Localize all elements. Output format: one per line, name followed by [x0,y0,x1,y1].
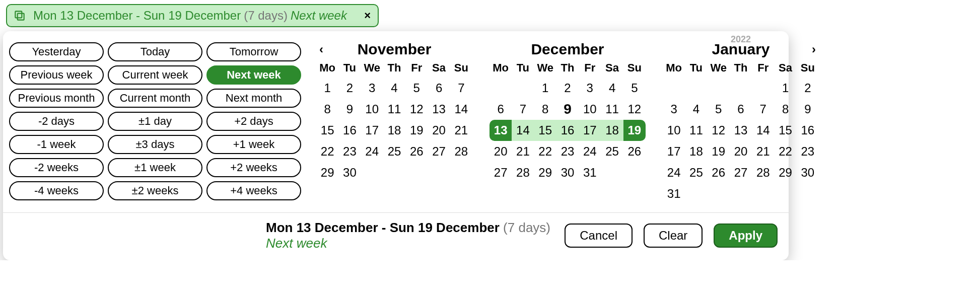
calendar-day[interactable]: 31 [663,183,685,204]
preset-tomorrow[interactable]: Tomorrow [206,42,301,61]
calendar-day[interactable]: 5 [405,78,428,99]
calendar-day[interactable]: 5 [708,99,730,120]
calendar-day[interactable]: 21 [450,120,472,141]
calendar-day[interactable]: 25 [601,141,623,162]
preset--2-days[interactable]: +2 days [206,112,301,131]
calendar-day[interactable]: 11 [383,99,405,120]
preset-current-month[interactable]: Current month [108,89,202,108]
calendar-day[interactable]: 11 [601,99,623,120]
calendar-day[interactable]: 17 [663,141,685,162]
calendar-day[interactable]: 25 [383,141,405,162]
calendar-day[interactable]: 9 [797,99,819,120]
calendar-day[interactable]: 12 [623,99,646,120]
calendar-day[interactable]: 13 [428,99,450,120]
calendar-day[interactable]: 4 [685,99,707,120]
calendar-day[interactable]: 27 [730,162,752,183]
calendar-day[interactable]: 20 [428,120,450,141]
calendar-day[interactable]: 17 [361,120,383,141]
calendar-day[interactable]: 8 [534,99,556,120]
calendar-day[interactable]: 7 [512,99,534,120]
calendar-day[interactable]: 13 [730,120,752,141]
calendar-day[interactable]: 19 [708,141,730,162]
calendar-day[interactable]: 29 [774,162,796,183]
calendar-day[interactable]: 1 [316,78,338,99]
calendar-day[interactable]: 21 [752,141,774,162]
next-month-button[interactable]: › [809,40,819,58]
calendar-day[interactable]: 30 [338,162,361,183]
calendar-day[interactable]: 29 [316,162,338,183]
calendar-day[interactable]: 8 [774,99,796,120]
preset-next-week[interactable]: Next week [206,65,301,85]
calendar-day[interactable]: 22 [534,141,556,162]
preset--4-weeks[interactable]: -4 weeks [9,181,104,200]
calendar-day[interactable]: 22 [316,141,338,162]
calendar-day[interactable]: 24 [663,162,685,183]
calendar-day[interactable]: 29 [534,162,556,183]
calendar-day[interactable]: 26 [405,141,428,162]
calendar-day[interactable]: 11 [685,120,707,141]
preset-yesterday[interactable]: Yesterday [9,42,104,61]
preset--2-days[interactable]: -2 days [9,112,104,131]
calendar-day[interactable]: 9 [556,99,579,120]
calendar-day[interactable]: 7 [450,78,472,99]
calendar-day[interactable]: 28 [512,162,534,183]
calendar-day[interactable]: 28 [450,141,472,162]
calendar-day[interactable]: 4 [383,78,405,99]
preset-current-week[interactable]: Current week [108,65,202,85]
calendar-day[interactable]: 6 [730,99,752,120]
prev-month-button[interactable]: ‹ [316,40,326,58]
calendar-day[interactable]: 23 [556,141,579,162]
calendar-day[interactable]: 13 [489,120,512,141]
calendar-day[interactable]: 14 [512,120,534,141]
calendar-day[interactable]: 20 [730,141,752,162]
calendar-day[interactable]: 18 [383,120,405,141]
calendar-day[interactable]: 8 [316,99,338,120]
calendar-day[interactable]: 19 [623,120,646,141]
calendar-day[interactable]: 9 [338,99,361,120]
calendar-day[interactable]: 7 [752,99,774,120]
calendar-day[interactable]: 23 [338,141,361,162]
calendar-day[interactable]: 26 [623,141,646,162]
calendar-day[interactable]: 10 [579,99,601,120]
calendar-day[interactable]: 24 [361,141,383,162]
calendar-day[interactable]: 30 [556,162,579,183]
calendar-day[interactable]: 3 [361,78,383,99]
calendar-day[interactable]: 12 [405,99,428,120]
preset-previous-month[interactable]: Previous month [9,89,104,108]
preset--1-day[interactable]: ±1 day [108,112,202,131]
preset--1-week[interactable]: ±1 week [108,158,202,177]
calendar-day[interactable]: 10 [361,99,383,120]
calendar-day[interactable]: 16 [797,120,819,141]
calendar-day[interactable]: 16 [338,120,361,141]
calendar-day[interactable]: 15 [316,120,338,141]
preset--2-weeks[interactable]: ±2 weeks [108,181,202,200]
calendar-day[interactable]: 15 [534,120,556,141]
calendar-day[interactable]: 22 [774,141,796,162]
calendar-day[interactable]: 2 [338,78,361,99]
preset-previous-week[interactable]: Previous week [9,65,104,85]
calendar-day[interactable]: 1 [774,78,796,99]
calendar-day[interactable]: 1 [534,78,556,99]
calendar-day[interactable]: 25 [685,162,707,183]
calendar-day[interactable]: 15 [774,120,796,141]
calendar-day[interactable]: 30 [797,162,819,183]
calendar-day[interactable]: 4 [601,78,623,99]
calendar-day[interactable]: 14 [752,120,774,141]
close-icon[interactable]: × [364,9,371,22]
calendar-day[interactable]: 27 [428,141,450,162]
cancel-button[interactable]: Cancel [565,224,633,248]
calendar-day[interactable]: 24 [579,141,601,162]
preset--4-weeks[interactable]: +4 weeks [206,181,301,200]
calendar-day[interactable]: 2 [797,78,819,99]
calendar-day[interactable]: 14 [450,99,472,120]
preset--1-week[interactable]: -1 week [9,135,104,154]
calendar-day[interactable]: 21 [512,141,534,162]
calendar-day[interactable]: 3 [579,78,601,99]
calendar-day[interactable]: 2 [556,78,579,99]
preset--1-week[interactable]: +1 week [206,135,301,154]
calendar-day[interactable]: 18 [685,141,707,162]
calendar-day[interactable]: 10 [663,120,685,141]
calendar-day[interactable]: 3 [663,99,685,120]
calendar-day[interactable]: 17 [579,120,601,141]
calendar-day[interactable]: 28 [752,162,774,183]
